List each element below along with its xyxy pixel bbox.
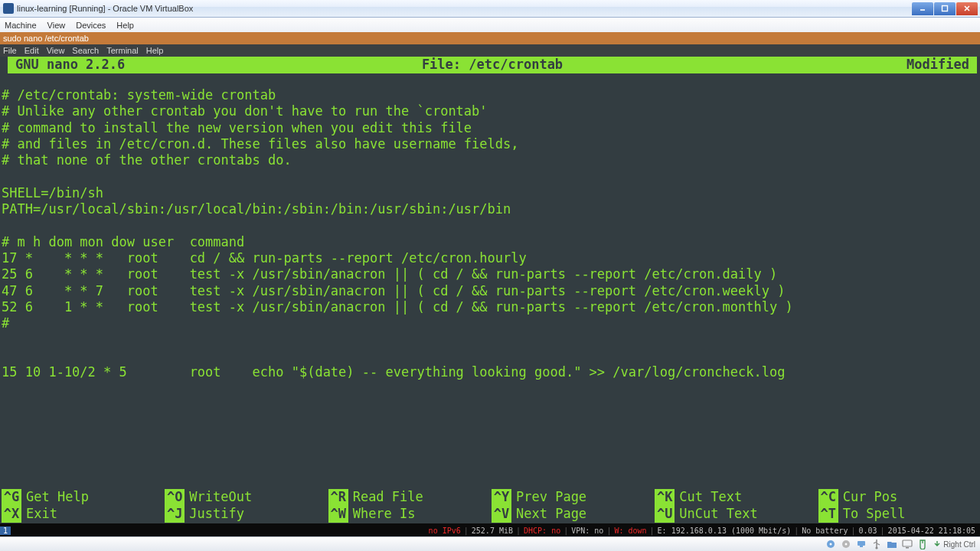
- gnome-menu-view[interactable]: View: [47, 46, 65, 55]
- optical-drive-icon: [841, 539, 851, 549]
- statusbar-separator: |: [606, 527, 611, 535]
- nano-shortcut-label: UnCut Text: [679, 506, 757, 522]
- nano-shortcut-key: ^X: [2, 506, 21, 522]
- virtualbox-icon: [3, 3, 14, 14]
- statusbar-segment: 2015-04-22 21:18:05: [887, 527, 977, 535]
- gnome-menu-file[interactable]: File: [3, 46, 17, 55]
- nano-shortcut-key: ^T: [818, 506, 838, 522]
- nano-shortcut-key: ^G: [2, 489, 21, 505]
- nano-shortcut-key: ^U: [655, 506, 675, 522]
- svg-rect-12: [906, 547, 909, 549]
- statusbar-separator: |: [564, 527, 568, 535]
- nano-shortcut-bar: ^GGet Help^XExit^OWriteOut^JJustify^RRea…: [0, 489, 980, 523]
- gnome-terminal-title: sudo nano /etc/crontab: [3, 34, 89, 43]
- display-icon: [902, 539, 913, 549]
- window-minimize-button[interactable]: [912, 2, 933, 15]
- nano-shortcut: ^KCut Text: [655, 489, 815, 506]
- svg-rect-9: [860, 546, 863, 547]
- svg-rect-8: [858, 541, 865, 546]
- down-arrow-icon: [933, 540, 942, 549]
- statusbar-segment: 0.03: [857, 527, 878, 535]
- statusbar-segment: DHCP: no: [522, 527, 562, 535]
- nano-shortcut: ^UUnCut Text: [655, 506, 815, 523]
- nano-shortcut: ^XExit: [2, 506, 162, 523]
- gnome-terminal-titlebar: sudo nano /etc/crontab: [0, 32, 980, 44]
- statusbar-segment: No battery: [800, 527, 849, 535]
- statusbar-segment: 252.7 MiB: [470, 527, 514, 535]
- vbox-statusbar: Right Ctrl: [0, 536, 980, 551]
- guest-display: sudo nano /etc/crontab File Edit View Se…: [0, 32, 980, 537]
- nano-shortcut-key: ^R: [328, 489, 348, 505]
- gnome-terminal-menubar: File Edit View Search Terminal Help: [0, 44, 980, 57]
- statusbar-segment: E: 192.168.0.13 (1000 Mbit/s): [656, 527, 793, 535]
- nano-version: GNU nano 2.2.6: [11, 57, 330, 73]
- statusbar-segment: W: down: [612, 527, 648, 535]
- nano-shortcut-label: WriteOut: [189, 489, 252, 505]
- nano-modified: Modified: [655, 57, 974, 73]
- svg-rect-11: [903, 540, 912, 546]
- statusbar-segment: VPN: no: [570, 527, 605, 535]
- nano-shortcut-label: To Spell: [843, 506, 906, 522]
- vbox-menu-devices[interactable]: Devices: [76, 21, 106, 30]
- nano-shortcut-label: Next Page: [516, 506, 586, 522]
- svg-rect-1: [942, 6, 948, 11]
- vbox-menu-help[interactable]: Help: [116, 21, 134, 30]
- nano-shortcut-key: ^C: [818, 489, 838, 505]
- gnome-menu-terminal[interactable]: Terminal: [106, 46, 139, 55]
- vbox-window-title: linux-learning [Running] - Oracle VM Vir…: [17, 4, 193, 13]
- nano-shortcut-label: Where Is: [353, 506, 416, 522]
- statusbar-segment: no IPv6: [427, 527, 462, 535]
- statusbar-separator: |: [880, 527, 885, 535]
- network-icon: [856, 539, 867, 549]
- statusbar-separator: |: [851, 527, 855, 535]
- gnome-menu-search[interactable]: Search: [72, 46, 99, 55]
- nano-text-buffer[interactable]: # /etc/crontab: system-wide crontab # Un…: [0, 73, 980, 380]
- nano-shortcut: ^GGet Help: [2, 489, 162, 506]
- statusbar-separator: |: [650, 527, 655, 535]
- window-maximize-button[interactable]: [934, 2, 956, 15]
- gnome-menu-help[interactable]: Help: [146, 46, 164, 55]
- window-close-button[interactable]: [956, 2, 978, 15]
- nano-shortcut: ^VNext Page: [492, 506, 652, 523]
- nano-shortcut-key: ^V: [492, 506, 511, 522]
- nano-shortcut-label: Justify: [189, 506, 244, 522]
- statusbar-separator: |: [464, 527, 469, 535]
- statusbar-separator: |: [516, 527, 521, 535]
- i3-statusbar: 1 no IPv6|252.7 MiB|DHCP: no|VPN: no|W: …: [0, 523, 980, 537]
- nano-shortcut-key: ^Y: [492, 489, 511, 505]
- i3-workspace-1[interactable]: 1: [0, 527, 11, 535]
- vbox-menu-machine[interactable]: Machine: [5, 21, 37, 30]
- svg-point-5: [830, 543, 832, 546]
- nano-shortcut-key: ^K: [655, 489, 675, 505]
- gnome-menu-edit[interactable]: Edit: [24, 46, 39, 55]
- nano-shortcut-key: ^W: [328, 506, 348, 522]
- nano-shortcut: ^RRead File: [328, 489, 488, 506]
- nano-shortcut: ^YPrev Page: [492, 489, 652, 506]
- nano-shortcut-label: Read File: [353, 489, 423, 505]
- usb-icon: [871, 539, 882, 549]
- nano-shortcut-label: Get Help: [26, 489, 89, 505]
- svg-point-10: [876, 546, 878, 549]
- nano-shortcut-label: Cur Pos: [843, 489, 898, 505]
- hard-disk-icon: [825, 539, 836, 549]
- nano-headerbar: GNU nano 2.2.6 File: /etc/crontab Modifi…: [8, 57, 977, 73]
- nano-shortcut-label: Prev Page: [516, 489, 586, 505]
- vbox-menubar: Machine View Devices Help: [0, 18, 980, 34]
- nano-shortcut: ^OWriteOut: [165, 489, 325, 506]
- nano-editor[interactable]: GNU nano 2.2.6 File: /etc/crontab Modifi…: [0, 57, 980, 523]
- shared-folders-icon: [887, 539, 897, 549]
- nano-shortcut-key: ^O: [165, 489, 185, 505]
- statusbar-separator: |: [794, 527, 799, 535]
- nano-shortcut: ^WWhere Is: [328, 506, 488, 523]
- nano-shortcut-label: Exit: [26, 506, 57, 522]
- nano-shortcut: ^JJustify: [165, 506, 325, 523]
- vbox-menu-view[interactable]: View: [47, 21, 66, 30]
- mouse-integration-icon: [917, 539, 928, 549]
- vbox-titlebar: linux-learning [Running] - Oracle VM Vir…: [0, 0, 980, 18]
- nano-shortcut-label: Cut Text: [679, 489, 742, 505]
- nano-shortcut-key: ^J: [165, 506, 185, 522]
- nano-shortcut: ^TTo Spell: [818, 506, 978, 523]
- svg-point-7: [845, 543, 848, 546]
- nano-shortcut: ^CCur Pos: [818, 489, 978, 506]
- vbox-host-key: Right Ctrl: [933, 540, 975, 549]
